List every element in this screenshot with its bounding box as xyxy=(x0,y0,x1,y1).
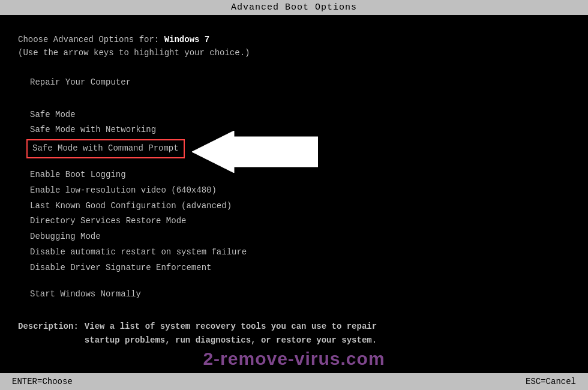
description-line2: startup problems, run diagnostics, or re… xyxy=(85,334,377,347)
watermark: 2-remove-virus.com xyxy=(203,349,385,369)
menu-item-debugging[interactable]: Debugging Mode xyxy=(30,229,570,245)
menu-item-disable-signature[interactable]: Disable Driver Signature Enforcement xyxy=(30,260,570,276)
intro-line2: (Use the arrow keys to highlight your ch… xyxy=(18,46,570,59)
menu-block-safemode: Safe Mode Safe Mode with Networking Safe… xyxy=(18,107,570,158)
menu-item-low-res[interactable]: Enable low-resolution video (640x480) xyxy=(30,183,570,199)
menu-item-directory[interactable]: Directory Services Restore Mode xyxy=(30,214,570,229)
menu-item-last-known[interactable]: Last Known Good Configuration (advanced) xyxy=(30,199,570,214)
menu-item-disable-restart[interactable]: Disable automatic restart on system fail… xyxy=(30,245,570,260)
menu-block-other: Enable Boot Logging Enable low-resolutio… xyxy=(18,167,570,276)
bottom-bar-left: ENTER=Choose xyxy=(12,377,73,386)
repair-section: Repair Your Computer xyxy=(18,75,570,91)
description-line1: View a list of system recovery tools you… xyxy=(85,320,377,333)
menu-item-boot-logging[interactable]: Enable Boot Logging xyxy=(30,167,570,183)
menu-item-safemode-networking[interactable]: Safe Mode with Networking xyxy=(30,122,570,138)
intro-section: Choose Advanced Options for: Windows 7 (… xyxy=(18,33,570,60)
description-label: Description: xyxy=(18,320,79,347)
description-section: Description: View a list of system recov… xyxy=(18,320,570,347)
main-content: Choose Advanced Options for: Windows 7 (… xyxy=(0,15,588,359)
menu-item-start-normally[interactable]: Start Windows Normally xyxy=(30,287,570,302)
intro-os: Windows 7 xyxy=(164,35,210,44)
title-bar: Advanced Boot Options xyxy=(0,0,588,15)
menu-item-safemode-cmd[interactable]: Safe Mode with Command Prompt xyxy=(26,139,185,158)
menu-item-repair[interactable]: Repair Your Computer xyxy=(30,75,570,91)
intro-prefix: Choose Advanced Options for: xyxy=(18,35,164,44)
intro-line1: Choose Advanced Options for: Windows 7 xyxy=(18,33,570,46)
menu-item-safemode-cmd-wrapper: Safe Mode with Command Prompt xyxy=(18,139,570,158)
description-text: View a list of system recovery tools you… xyxy=(85,320,377,347)
menu-item-safemode[interactable]: Safe Mode xyxy=(30,107,570,123)
bottom-bar-right: ESC=Cancel xyxy=(526,377,576,386)
bottom-bar: ENTER=Choose ESC=Cancel xyxy=(0,373,588,390)
